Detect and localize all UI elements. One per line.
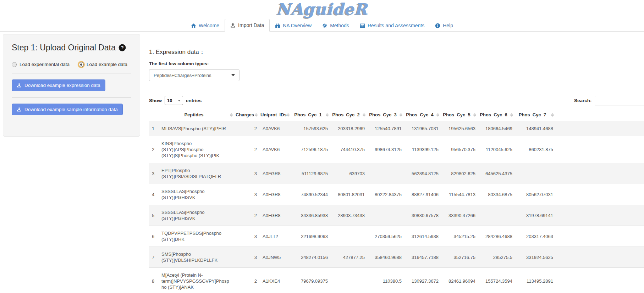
search-input[interactable] <box>595 96 644 105</box>
radio-selected-icon <box>79 62 84 67</box>
cell-value: 113495.2891 <box>514 268 555 293</box>
cell-charge: 3 <box>234 226 259 247</box>
cell-peptide: EPT[Phospho (STY)]PSIASDISLPIATQELR <box>159 163 234 184</box>
app-header: NAguideR <box>0 0 644 18</box>
svg-text:?: ? <box>121 45 123 50</box>
column-header-phos_cyc_7[interactable]: Phos_Cyc_7 <box>514 109 555 121</box>
divider <box>12 97 131 98</box>
column-header-phos_cyc_3[interactable]: Phos_Cyc_3 <box>367 109 404 121</box>
radio-load-experimental-data[interactable]: Load experimental data <box>12 62 70 67</box>
cell-value: 221698.9063 <box>291 226 330 247</box>
column-header-phos_cyc_2[interactable]: Phos_Cyc_2 <box>330 109 367 121</box>
cell-value: 345215.25 <box>441 226 478 247</box>
column-types-label: The first few column types: <box>149 61 644 66</box>
download-icon <box>17 107 22 112</box>
main-content: 1. Expression data： The first few column… <box>149 34 644 293</box>
app-logo: NAguideR <box>276 1 368 18</box>
sort-icon <box>400 113 402 117</box>
cell-value: 203318.2969 <box>330 121 367 136</box>
cell-value: 155724.3594 <box>478 268 514 293</box>
cell-filler <box>555 205 644 226</box>
cell-charge: 2 <box>234 268 259 293</box>
cell-index: 6 <box>149 226 159 247</box>
radio-label: Load example data <box>87 62 127 67</box>
cell-value: 511129.6875 <box>291 163 330 184</box>
cell-index: 7 <box>149 247 159 268</box>
cell-uniprot: A1KXE4 <box>259 268 291 293</box>
cell-value: 125540.7891 <box>367 121 404 136</box>
question-circle-icon[interactable]: ? <box>119 44 126 51</box>
download-example-expression-data-button[interactable]: Download example expression data <box>12 79 105 91</box>
column-header-uniprot_ids[interactable]: Uniprot_IDs <box>259 109 291 121</box>
cell-filler <box>555 136 644 163</box>
cell-value: 148941.4688 <box>514 121 555 136</box>
tab-methods[interactable]: Methods <box>317 20 354 32</box>
cell-value: 180664.5469 <box>478 121 514 136</box>
show-label: Show <box>149 98 162 103</box>
cell-value: 829802.625 <box>441 163 478 184</box>
button-label: Download example expression data <box>24 83 100 88</box>
cell-value: 82461.96094 <box>441 268 478 293</box>
cell-value: 34336.85938 <box>291 205 330 226</box>
page-length-select[interactable]: 10 <box>165 96 183 105</box>
tab-help[interactable]: Help <box>430 20 458 32</box>
sort-icon <box>473 113 476 117</box>
cell-value: 562894.8125 <box>404 163 441 184</box>
search-control: Search: <box>574 96 644 105</box>
tab-label: Methods <box>330 23 349 28</box>
cell-value: 352716.75 <box>441 247 478 268</box>
tab-na-overview[interactable]: NA Overview <box>270 20 317 32</box>
upload-icon <box>230 23 236 28</box>
cell-uniprot: A0AVK6 <box>259 121 291 136</box>
radio-load-example-data[interactable]: Load example data <box>79 62 127 67</box>
cell-charge: 2 <box>234 136 259 163</box>
column-header-phos_cyc_5[interactable]: Phos_Cyc_5 <box>441 109 478 121</box>
cell-value <box>367 163 404 184</box>
download-example-sample-information-data-button[interactable]: Download example sample information data <box>12 104 123 115</box>
cell-filler <box>555 247 644 268</box>
button-label: Download example sample information data <box>24 107 118 112</box>
cell-index: 4 <box>149 184 159 205</box>
cell-value: 88827.91406 <box>404 184 441 205</box>
tab-label: Import Data <box>238 22 264 28</box>
tab-results-and-assessments[interactable]: Results and Assessments <box>354 20 430 32</box>
table-row: 6TQDPVPPETPSDS[Phospho (STY)]DHK3A0JLT22… <box>149 226 644 247</box>
column-header-charges[interactable]: Charges <box>234 109 259 121</box>
cell-value: 1120045.625 <box>478 136 514 163</box>
cell-value: 1139399.125 <box>404 136 441 163</box>
cell-value: 427877.25 <box>330 247 367 268</box>
cell-peptide: SMS[Phospho (STY)]VDLSHIPLKDPLLFK <box>159 247 234 268</box>
column-header-phos_cyc_4[interactable]: Phos_Cyc_4 <box>404 109 441 121</box>
cell-charge: 2 <box>234 205 259 226</box>
cell-value: 744410.375 <box>330 136 367 163</box>
table-icon <box>360 23 365 28</box>
cell-uniprot: A0JNW5 <box>259 247 291 268</box>
cell-peptide: MLISAVS[Phospho (STY)]PEIR <box>159 121 234 136</box>
cell-value: 312614.5938 <box>404 226 441 247</box>
cell-value: 130927.3672 <box>404 268 441 293</box>
tab-label: Help <box>443 23 453 28</box>
cell-uniprot: A0JLT2 <box>259 226 291 247</box>
cell-value: 33390.47266 <box>441 205 478 226</box>
sort-icon <box>551 113 554 117</box>
column-header-peptides[interactable]: Peptides <box>159 109 234 121</box>
table-row: 8M[Acetyl (Protein N-term)]NPVYSPGSSGVPY… <box>149 268 644 293</box>
column-types-dropdown[interactable]: Peptides+Charges+Proteins <box>149 69 240 81</box>
tab-welcome[interactable]: Welcome <box>186 20 225 32</box>
info-circle-icon <box>435 23 440 28</box>
table-row: 1MLISAVS[Phospho (STY)]PEIR2A0AVK6157593… <box>149 121 644 136</box>
table-row: 4SSSSLLAS[Phospho (STY)]PGHISVK3A0FGR874… <box>149 184 644 205</box>
cell-value: 80222.84375 <box>367 184 404 205</box>
cell-value: 248274.0156 <box>291 247 330 268</box>
cell-value: 203317.4063 <box>514 226 555 247</box>
dropdown-value: Peptides+Charges+Proteins <box>154 73 211 78</box>
chevron-down-icon <box>231 74 235 76</box>
tab-import-data[interactable]: Import Data <box>225 19 270 32</box>
cell-value <box>514 163 555 184</box>
cell-value: 639703 <box>330 163 367 184</box>
cell-value <box>478 205 514 226</box>
sort-icon <box>287 113 290 117</box>
gears-icon <box>322 23 327 28</box>
column-header-phos_cyc_1[interactable]: Phos_Cyc_1 <box>291 109 330 121</box>
column-header-phos_cyc_6[interactable]: Phos_Cyc_6 <box>478 109 514 121</box>
